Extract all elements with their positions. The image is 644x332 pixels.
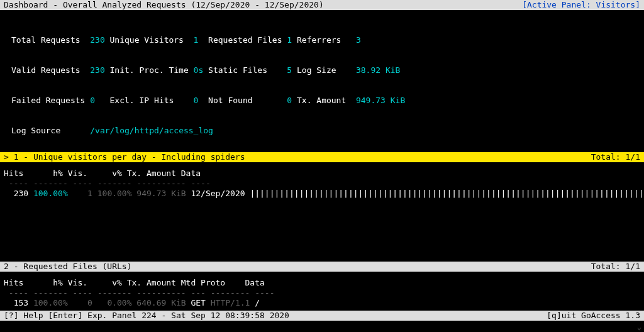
label-log-size: Log Size <box>297 65 336 75</box>
p1-tx: 949.73 KiB <box>132 189 186 199</box>
p1-date: 12/Sep/2020 <box>186 189 250 199</box>
p1-vis-pct: 100.00% <box>92 189 132 199</box>
p2-vis: 0 <box>68 298 92 308</box>
panel-2-header[interactable]: 2 - Requested Files (URLs) Total: 1/1 <box>0 262 644 272</box>
value-excl-ip-hits: 0 <box>194 96 199 106</box>
panel-1-header[interactable]: > 1 - Unique visitors per day - Includin… <box>0 152 644 162</box>
p1-hit-pct: 100.00% <box>28 189 68 199</box>
value-static-files: 5 <box>287 65 292 75</box>
p2-vis-pct: 0.00% <box>92 298 132 308</box>
panel-1-separator: ---- ------- ---- ------- ---------- ---… <box>0 179 644 189</box>
value-requested-files: 1 <box>287 35 292 45</box>
value-log-source: /var/log/httpd/access_log <box>90 126 213 136</box>
stats-row-2: Valid Requests 230 Init. Proc. Time 0s S… <box>11 65 644 75</box>
stats-row-3: Failed Requests 0 Excl. IP Hits 0 Not Fo… <box>11 96 644 106</box>
label-tx-amount: Tx. Amount <box>297 96 346 106</box>
label-log-source: Log Source <box>11 126 60 136</box>
active-panel-indicator: [Active Panel: Visitors] <box>522 0 640 10</box>
label-total-requests: Total Requests <box>11 35 80 45</box>
value-unique-visitors: 1 <box>194 35 199 45</box>
label-referrers: Referrers <box>297 35 341 45</box>
label-excl-ip-hits: Excl. IP Hits <box>110 96 174 106</box>
p2-method: GET <box>186 298 206 308</box>
label-requested-files: Requested Files <box>208 35 282 45</box>
status-right[interactable]: [q]uit GoAccess 1.3 <box>547 311 640 321</box>
value-log-size: 38.92 KiB <box>356 65 400 75</box>
dashboard-header: Dashboard - Overall Analyzed Requests (1… <box>0 0 644 10</box>
stats-row-4: Log Source /var/log/httpd/access_log <box>11 126 644 136</box>
panel-2-total: Total: 1/1 <box>591 262 640 272</box>
value-valid-requests: 230 <box>90 65 104 75</box>
value-failed-requests: 0 <box>90 96 95 106</box>
p1-hits: 230 <box>4 189 28 199</box>
p2-hit-pct: 100.00% <box>28 298 68 308</box>
panel-2-separator: ---- ------- ---- ------- ---------- ---… <box>0 288 644 298</box>
panel-1-title: > 1 - Unique visitors per day - Includin… <box>4 152 245 162</box>
value-tx-amount: 949.73 KiB <box>356 96 405 106</box>
panel-2-row: 153 100.00% 0 0.00% 640.69 KiB GET HTTP/… <box>0 298 644 308</box>
value-init-proc-time: 0s <box>194 65 204 75</box>
dashboard-title: Dashboard - Overall Analyzed Requests (1… <box>4 0 324 10</box>
value-referrers: 3 <box>356 35 361 45</box>
p1-bar-chart: ||||||||||||||||||||||||||||||||||||||||… <box>250 189 644 199</box>
p2-proto: HTTP/1.1 <box>206 298 250 308</box>
panel-2-title: 2 - Requested Files (URLs) <box>4 262 132 272</box>
p1-vis: 1 <box>68 189 92 199</box>
value-not-found: 0 <box>287 96 292 106</box>
status-bar: [?] Help [Enter] Exp. Panel 224 - Sat Se… <box>0 311 644 321</box>
chevron-down-icon[interactable]: ⌄ <box>637 322 641 332</box>
label-init-proc-time: Init. Proc. Time <box>110 65 189 75</box>
panel-1-columns: Hits h% Vis. v% Tx. Amount Data <box>0 169 644 179</box>
label-valid-requests: Valid Requests <box>11 65 80 75</box>
overall-stats: Total Requests 230 Unique Visitors 1 Req… <box>0 15 644 146</box>
panel-2-columns: Hits h% Vis. v% Tx. Amount Mtd Proto Dat… <box>0 278 644 288</box>
p2-hits: 153 <box>4 298 28 308</box>
p2-tx: 640.69 KiB <box>132 298 186 308</box>
value-total-requests: 230 <box>90 35 104 45</box>
panel-1-row: 230 100.00% 1 100.00% 949.73 KiB 12/Sep/… <box>0 189 644 199</box>
status-left[interactable]: [?] Help [Enter] Exp. Panel 224 - Sat Se… <box>4 311 289 321</box>
label-not-found: Not Found <box>208 96 252 106</box>
label-unique-visitors: Unique Visitors <box>110 35 184 45</box>
panel-1-total: Total: 1/1 <box>591 152 640 162</box>
stats-row-1: Total Requests 230 Unique Visitors 1 Req… <box>11 35 644 45</box>
label-static-files: Static Files <box>208 65 267 75</box>
label-failed-requests: Failed Requests <box>11 96 85 106</box>
p2-data: / <box>250 298 260 308</box>
